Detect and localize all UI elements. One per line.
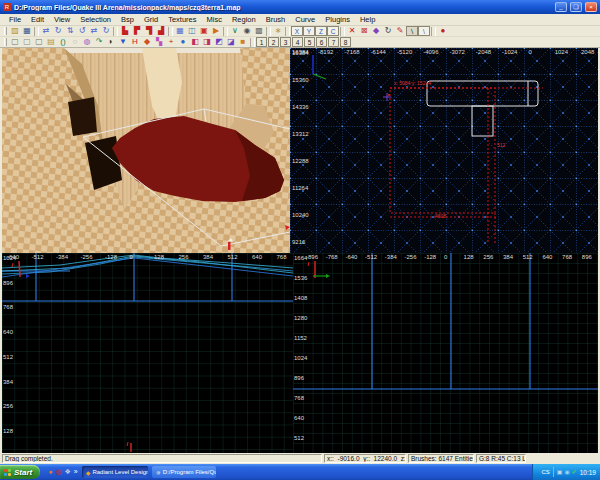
cut-selected-icon[interactable]: ⊠ (358, 26, 370, 36)
tray-antivirus-icon[interactable]: ✔ (572, 468, 577, 476)
title-bar[interactable]: R D:/Program Files/Quake III Arena/missi… (0, 0, 600, 14)
quicklaunch-opera-icon[interactable]: ◍ (55, 468, 61, 476)
menu-item[interactable]: File (4, 14, 26, 25)
toolbar-grip[interactable] (4, 27, 7, 35)
menu-item[interactable]: Help (355, 14, 380, 25)
refresh-icon[interactable]: ∗ (272, 26, 284, 36)
menu-item[interactable]: Misc (201, 14, 226, 25)
view-z-icon[interactable]: Z (315, 26, 327, 36)
menu-item[interactable]: Grid (139, 14, 163, 25)
rotate-z-icon[interactable]: ↻ (100, 26, 112, 36)
hollow-icon[interactable]: ▣ (198, 26, 210, 36)
show-entity-names-icon[interactable]: ▢ (9, 37, 21, 47)
merge-diamond-icon[interactable]: ◆ (370, 26, 382, 36)
checker-icon[interactable]: ▚ (153, 37, 165, 47)
patch-left-icon[interactable]: ◩ (213, 37, 225, 47)
menu-item[interactable]: Curve (290, 14, 320, 25)
cone-icon[interactable]: ○ (69, 37, 81, 47)
sphere-blue-icon[interactable]: ● (177, 37, 189, 47)
axis-label-384: 384 (203, 254, 213, 260)
view-x-icon[interactable]: X (291, 26, 303, 36)
axis-label-1024: 1024 (3, 255, 16, 261)
close-button[interactable]: × (585, 2, 597, 12)
view-cam-icon[interactable]: C (327, 26, 339, 36)
select-complete-tall-icon[interactable]: ▙ (119, 26, 131, 36)
camera-icon[interactable]: ◉ (241, 26, 253, 36)
quicklaunch-browser-icon[interactable]: ● (48, 468, 52, 476)
select-touching-icon[interactable]: ▛ (131, 26, 143, 36)
menu-item[interactable]: Textures (163, 14, 201, 25)
toolbar-grip[interactable] (4, 38, 7, 46)
flip-y-icon[interactable]: ⇅ (64, 26, 76, 36)
thicken-icon[interactable]: ▼ (117, 37, 129, 47)
quick-launch-overflow[interactable]: » (74, 468, 78, 476)
curve-icon[interactable]: () (57, 37, 69, 47)
csg-subtract-icon[interactable]: ▦ (174, 26, 186, 36)
flip-x-icon[interactable]: ⇄ (40, 26, 52, 36)
axis-label-512: 512 (3, 354, 13, 360)
view-y-icon[interactable]: Y (303, 26, 315, 36)
swirl-icon[interactable]: ↻ (382, 26, 394, 36)
grid-size-button[interactable]: 8 (340, 37, 351, 47)
menu-item[interactable]: Plugins (320, 14, 355, 25)
prism-icon[interactable]: ◆ (141, 37, 153, 47)
texture-lock-icon[interactable]: ▤ (45, 37, 57, 47)
clip-mode-icon[interactable]: \ (418, 26, 430, 36)
patch-right-icon[interactable]: ◪ (225, 37, 237, 47)
csg-merge-icon[interactable]: ◫ (186, 26, 198, 36)
save-icon[interactable]: ▦ (21, 26, 33, 36)
taskbar-task-radiant[interactable]: ◆ Radiant Level Design ... (82, 466, 148, 478)
grid-size-button[interactable]: 2 (268, 37, 279, 47)
select-mode-icon[interactable]: \ (406, 26, 418, 36)
show-entity-angles-icon[interactable]: ▢ (33, 37, 45, 47)
maximize-button[interactable]: ❏ (570, 2, 582, 12)
marker-icon[interactable]: ● (437, 26, 449, 36)
tray-network-icon[interactable]: ▣ (557, 468, 563, 476)
rotate-y-icon[interactable]: ↺ (76, 26, 88, 36)
xy-top-viewport[interactable]: 16384 -8192-7168-6144-5120-4096-3072-204… (290, 48, 598, 253)
tray-volume-icon[interactable]: ◉ (564, 468, 569, 476)
menu-item[interactable]: Edit (26, 14, 49, 25)
tray-language-indicator[interactable]: CS (541, 469, 549, 475)
end-cap-icon[interactable]: ◗ (105, 37, 117, 47)
bend-mode-icon[interactable]: ↷ (93, 37, 105, 47)
menu-item[interactable]: Brush (261, 14, 291, 25)
xz-front-viewport[interactable]: -640-512-384-256-12801282563845126407681… (2, 253, 293, 453)
start-button[interactable]: Start (0, 465, 40, 479)
clipper-left-icon[interactable]: ◧ (189, 37, 201, 47)
camera-3d-viewport[interactable] (2, 48, 290, 253)
grid-size-button[interactable]: 5 (304, 37, 315, 47)
menu-item[interactable]: Region (227, 14, 261, 25)
weld-icon[interactable]: H (129, 37, 141, 47)
cube-icon[interactable]: ■ (237, 37, 249, 47)
grid-size-button[interactable]: 4 (292, 37, 303, 47)
cut-icon[interactable]: ✕ (346, 26, 358, 36)
grid-size-button[interactable]: 6 (316, 37, 327, 47)
flip-z-icon[interactable]: ⇄ (88, 26, 100, 36)
quicklaunch-app-icon[interactable]: ❖ (65, 468, 71, 476)
show-entity-boxes-icon[interactable]: ▢ (21, 37, 33, 47)
rotate-x-icon[interactable]: ↻ (52, 26, 64, 36)
minimize-button[interactable]: _ (555, 2, 567, 12)
axis-label-512: 512 (228, 254, 238, 260)
menu-item[interactable]: Bsp (116, 14, 139, 25)
clipper-right-icon[interactable]: ◨ (201, 37, 213, 47)
yz-side-viewport[interactable]: -896-768-640-512-384-256-128012825638451… (293, 253, 598, 453)
nudge-icon[interactable]: + (165, 37, 177, 47)
paint-brush-icon[interactable]: ✎ (394, 26, 406, 36)
select-partial-tall-icon[interactable]: ▜ (143, 26, 155, 36)
axis-label--768: -768 (326, 254, 338, 260)
grid-size-button[interactable]: 7 (328, 37, 339, 47)
texture-view-icon[interactable]: ▩ (253, 26, 265, 36)
sphere-icon[interactable]: ◍ (81, 37, 93, 47)
taskbar-task-quake[interactable]: ✵ D:/Program Files/Qua... (152, 466, 216, 478)
grid-size-button[interactable]: 1 (256, 37, 267, 47)
taskbar-clock[interactable]: 10:19 (580, 469, 596, 476)
menu-item[interactable]: View (49, 14, 75, 25)
open-icon[interactable]: ▨ (9, 26, 21, 36)
select-inside-icon[interactable]: ▟ (155, 26, 167, 36)
grid-size-button[interactable]: 3 (280, 37, 291, 47)
menu-item[interactable]: Selection (75, 14, 116, 25)
entity-list-icon[interactable]: ▶ (210, 26, 222, 36)
angle-icon[interactable]: ∨ (229, 26, 241, 36)
